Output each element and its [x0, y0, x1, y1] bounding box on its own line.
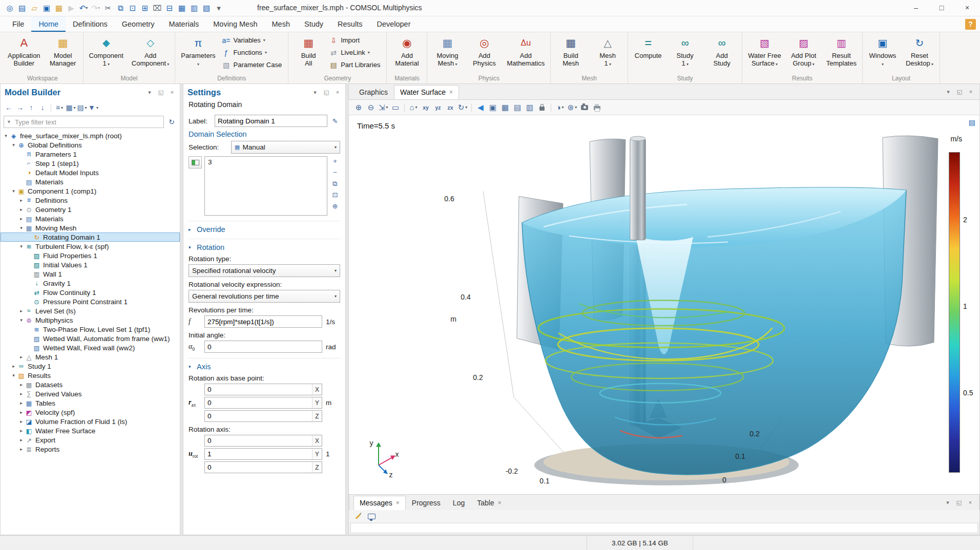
parameter-case-button[interactable]: ▧Parameter Case	[220, 59, 286, 71]
rotation-section-heading[interactable]: ▾ Rotation	[189, 239, 340, 251]
tree-node-derived-values[interactable]: ▸∑Derived Values	[1, 389, 180, 398]
zoom-out-icon[interactable]: ⊖	[365, 101, 377, 113]
view-yz-plane-icon[interactable]: yz	[432, 101, 444, 113]
add-mathematics-button[interactable]: ΔuAddMathematics	[503, 33, 548, 75]
color-theme-icon[interactable]: ◑▾	[554, 101, 566, 113]
menu-tab-mesh[interactable]: Mesh	[265, 16, 297, 32]
tree-node-tables[interactable]: ▸▦Tables	[1, 398, 180, 408]
application-builder-button[interactable]: AApplicationBuilder	[4, 33, 44, 75]
show-grid-icon[interactable]: ▣	[487, 101, 498, 113]
information-tab-table[interactable]: Table×	[471, 496, 507, 510]
moving-mesh-button[interactable]: ▦MovingMesh ▾	[429, 33, 465, 75]
expand-arrow-icon[interactable]: ▸	[18, 400, 25, 406]
information-tab-log[interactable]: Log	[447, 496, 471, 510]
menu-tab-results[interactable]: Results	[330, 16, 369, 32]
add-plot-group-button[interactable]: ▨Add PlotGroup ▾	[786, 33, 822, 75]
tree-node-moving-mesh[interactable]: ▾▦Moving Mesh	[1, 223, 180, 232]
float-panel-icon[interactable]: ◱	[955, 499, 963, 506]
water-free-surface-button[interactable]: ▧Water FreeSurface ▾	[744, 33, 785, 75]
plot-icon[interactable]: ▧	[201, 2, 212, 14]
tree-node-parameters-1[interactable]: πParameters 1	[1, 150, 180, 159]
study-1-button[interactable]: ∞Study1 ▾	[667, 33, 703, 75]
result-templates-button[interactable]: ▥ResultTemplates	[823, 33, 860, 75]
move-up-icon[interactable]: ↑	[26, 102, 36, 113]
snapshot-icon[interactable]	[579, 101, 590, 113]
compute-button[interactable]: =Compute	[630, 33, 666, 75]
tree-node-multiphysics[interactable]: ▾⊚Multiphysics	[1, 315, 180, 325]
tree-node-velocity-spf[interactable]: ▸◩Velocity (spf)	[1, 408, 180, 417]
paste-icon[interactable]: ⊡	[127, 2, 138, 14]
tree-node-component-1-comp1[interactable]: ▾▣Component 1 (comp1)	[1, 186, 180, 196]
parameters-button[interactable]: πParameters▾	[177, 33, 219, 75]
base-point-y-input[interactable]	[205, 397, 312, 408]
model-manager-button[interactable]: ▦ModelManager	[45, 33, 81, 75]
windows-button[interactable]: ▣Windows▾	[865, 33, 901, 75]
paste-selection-icon[interactable]: ⊡	[330, 190, 340, 199]
zoom-to-selection-icon[interactable]: ⊕	[330, 201, 340, 210]
selection-dropdown[interactable]: ▦ Manual ▾	[231, 141, 340, 154]
remove-from-selection-icon[interactable]: −	[330, 167, 340, 177]
expand-arrow-icon[interactable]: ▸	[18, 382, 25, 387]
label-edit-button[interactable]: ✎	[330, 116, 340, 125]
tree-filter-icon[interactable]: ▼▾	[88, 102, 98, 113]
tree-node-materials[interactable]: ▤Materials	[1, 177, 180, 186]
collapse-arrow-icon[interactable]: ▾	[18, 244, 25, 249]
graphics-canvas[interactable]: Time=5.5 s m/s 210.5 ▤ 0.60.40.2m-0.20.1…	[348, 115, 980, 494]
variables-button[interactable]: a=Variables▾	[220, 35, 286, 46]
menu-tab-home[interactable]: Home	[31, 16, 66, 32]
tree-node-turbulent-flow-k-spf[interactable]: ▾≋Turbulent Flow, k-ε (spf)	[1, 242, 180, 251]
run-icon[interactable]: ▶	[66, 2, 77, 14]
axis-section-heading[interactable]: ▾ Axis	[189, 358, 340, 371]
tree-node-initial-values-1[interactable]: ▧Initial Values 1	[1, 260, 180, 269]
redo-icon[interactable]: ↷▾	[90, 2, 101, 14]
close-panel-icon[interactable]: ×	[334, 89, 341, 96]
customize-toolbar-icon[interactable]: ▾	[213, 2, 224, 14]
duplicate-icon[interactable]: ⊞	[139, 2, 151, 14]
active-selection-toggle[interactable]	[189, 156, 202, 168]
tree-filter-input[interactable]	[14, 118, 161, 126]
tree-node-volume-fraction-of-fluid-1-ls[interactable]: ▸◪Volume Fraction of Fluid 1 (ls)	[1, 417, 180, 426]
tree-node-reports[interactable]: ▸≣Reports	[1, 445, 180, 454]
tree-node-pressure-point-constraint-1[interactable]: ⊙Pressure Point Constraint 1	[1, 297, 180, 306]
build-mesh-button[interactable]: ▦BuildMesh	[553, 33, 589, 75]
tree-node-global-definitions[interactable]: ▾⊕Global Definitions	[1, 140, 180, 150]
lock-view-icon[interactable]	[536, 101, 548, 113]
node-order-icon[interactable]: ▤▾	[77, 102, 87, 113]
tree-node-datasets[interactable]: ▸▦Datasets	[1, 380, 180, 389]
velocity-expression-dropdown[interactable]: General revolutions per time ▾	[189, 290, 340, 303]
close-tab-icon[interactable]: ×	[498, 499, 502, 506]
float-panel-icon[interactable]: ◱	[323, 89, 330, 96]
import-button[interactable]: ⇩Import	[327, 35, 384, 46]
refresh-tree-icon[interactable]: ↻	[166, 116, 177, 128]
tree-node-step-1-step1[interactable]: ⌐Step 1 (step1)	[1, 159, 180, 168]
tree-node-wall-1[interactable]: ▥Wall 1	[1, 269, 180, 279]
zoom-extents-icon[interactable]: ⇲▾	[378, 101, 389, 113]
cut-icon[interactable]: ✂	[102, 2, 114, 14]
expand-arrow-icon[interactable]: ▸	[18, 447, 25, 452]
reset-desktop-button[interactable]: ↻ResetDesktop ▾	[902, 33, 937, 75]
collapse-arrow-icon[interactable]: ▾	[3, 133, 9, 138]
tree-node-flow-continuity-1[interactable]: ⇄Flow Continuity 1	[1, 288, 180, 297]
panel-menu-icon[interactable]: ▾	[146, 89, 153, 96]
collapse-arrow-icon[interactable]: ▾	[18, 318, 25, 323]
tree-node-export[interactable]: ▸↗Export	[1, 435, 180, 445]
close-tab-icon[interactable]: ×	[449, 89, 453, 96]
menu-tab-moving-mesh[interactable]: Moving Mesh	[206, 16, 264, 32]
insert-node-icon[interactable]: ⊟	[164, 2, 175, 14]
tree-node-free-surface-mixer-ls-mph-root[interactable]: ▾◈free_surface_mixer_ls.mph (root)	[1, 131, 180, 140]
evaluate-icon[interactable]: ▥	[189, 2, 200, 14]
component-1-button[interactable]: ◆Component1 ▾	[86, 33, 127, 75]
revolutions-input[interactable]	[204, 315, 322, 328]
tree-node-level-set-ls[interactable]: ▸≈Level Set (ls)	[1, 306, 180, 315]
add-study-button[interactable]: ∞AddStudy	[704, 33, 740, 75]
expand-arrow-icon[interactable]: ▸	[18, 410, 25, 415]
float-panel-icon[interactable]: ◱	[157, 89, 164, 96]
help-button[interactable]: ?	[965, 19, 976, 30]
tree-node-fluid-properties-1[interactable]: ▨Fluid Properties 1	[1, 251, 180, 260]
table-icon[interactable]: ▦	[176, 2, 187, 14]
expand-arrow-icon[interactable]: ▸	[18, 428, 25, 433]
maximize-button[interactable]: □	[929, 0, 954, 16]
close-button[interactable]: ×	[954, 0, 980, 16]
expand-arrow-icon[interactable]: ▸	[18, 198, 25, 203]
sound-icon[interactable]: ◀	[475, 101, 486, 113]
